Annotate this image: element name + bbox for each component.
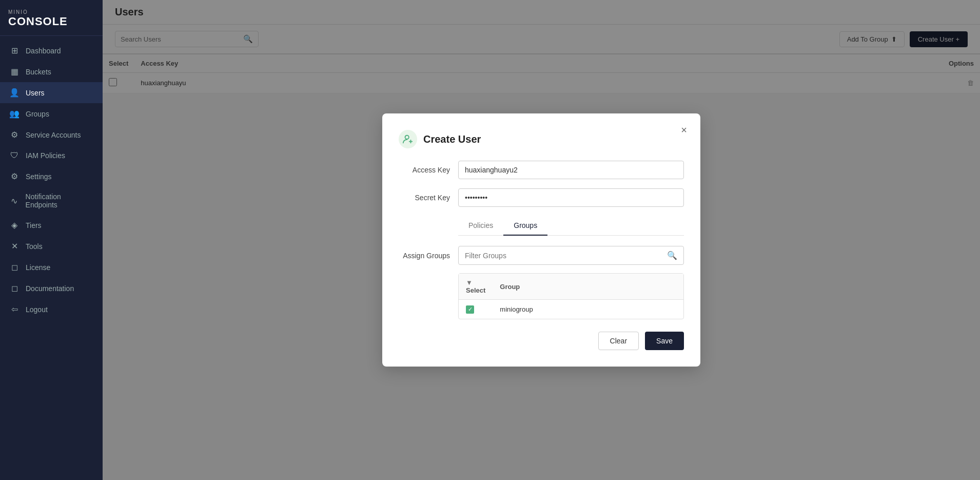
svg-point-0 (405, 136, 409, 139)
modal-user-icon (399, 130, 417, 148)
sidebar-item-documentation[interactable]: ◻ Documentation (0, 278, 103, 299)
sidebar-logo: MINIO CONSOLE (0, 0, 103, 36)
sidebar-item-iam-policies[interactable]: 🛡 IAM Policies (0, 145, 103, 166)
filter-search-icon: 🔍 (667, 251, 677, 260)
sidebar-item-label: Dashboard (26, 47, 61, 55)
documentation-icon: ◻ (9, 283, 19, 293)
sidebar-item-label: Users (26, 89, 45, 97)
service-accounts-icon: ⚙ (9, 130, 19, 140)
group-row: ✓ miniogroup (459, 300, 683, 319)
sidebar-item-notification-endpoints[interactable]: ∿ Notification Endpoints (0, 187, 103, 215)
modal-header: Create User (399, 130, 684, 148)
sidebar-item-users[interactable]: 👤 Users (0, 82, 103, 103)
tools-icon: ✕ (9, 241, 19, 251)
sidebar-nav: ⊞ Dashboard ▦ Buckets 👤 Users 👥 Groups ⚙… (0, 36, 103, 480)
sidebar-item-dashboard[interactable]: ⊞ Dashboard (0, 40, 103, 61)
filter-groups-box[interactable]: 🔍 (458, 246, 684, 265)
access-key-row: Access Key (399, 161, 684, 179)
group-select-cell[interactable]: ✓ (459, 300, 493, 319)
secret-key-row: Secret Key (399, 188, 684, 207)
brand-console: CONSOLE (8, 15, 94, 28)
secret-key-label: Secret Key (399, 194, 450, 202)
groups-icon: 👥 (9, 109, 19, 119)
tab-groups[interactable]: Groups (503, 216, 547, 236)
sidebar-item-label: License (26, 263, 50, 272)
brand-mini: MINIO (8, 9, 94, 15)
modal-footer: Clear Save (399, 332, 684, 350)
sidebar-item-tools[interactable]: ✕ Tools (0, 236, 103, 257)
group-name: miniogroup (493, 300, 683, 319)
sidebar-item-license[interactable]: ◻ License (0, 257, 103, 278)
assign-groups-row: Assign Groups 🔍 (399, 246, 684, 265)
access-key-input[interactable] (458, 161, 684, 179)
sidebar-item-label: Service Accounts (26, 131, 81, 139)
groups-table-wrapper: ▼ Select Group ✓ miniogroup (458, 273, 684, 319)
sidebar-item-label: Tiers (26, 221, 42, 229)
iam-icon: 🛡 (9, 151, 19, 160)
sidebar-item-label: Settings (26, 172, 52, 181)
access-key-label: Access Key (399, 166, 450, 174)
group-checkbox-checked[interactable]: ✓ (466, 305, 474, 314)
sidebar-item-label: Groups (26, 110, 49, 118)
assign-groups-label: Assign Groups (399, 252, 450, 260)
user-plus-icon (402, 133, 414, 145)
tab-policies[interactable]: Policies (458, 216, 503, 236)
modal-overlay: Create User × Access Key Secret Key Poli… (103, 0, 980, 480)
license-icon: ◻ (9, 262, 19, 272)
sidebar-item-label: Buckets (26, 68, 51, 76)
sidebar-item-buckets[interactable]: ▦ Buckets (0, 61, 103, 82)
sidebar-item-settings[interactable]: ⚙ Settings (0, 166, 103, 187)
settings-icon: ⚙ (9, 171, 19, 181)
secret-key-input[interactable] (458, 188, 684, 207)
sidebar: MINIO CONSOLE ⊞ Dashboard ▦ Buckets 👤 Us… (0, 0, 103, 480)
modal-title: Create User (423, 133, 481, 145)
notification-icon: ∿ (9, 196, 19, 206)
modal-tabs: Policies Groups (458, 216, 684, 236)
buckets-icon: ▦ (9, 67, 19, 76)
groups-col-group: Group (493, 274, 683, 300)
create-user-modal: Create User × Access Key Secret Key Poli… (382, 113, 700, 367)
sidebar-item-logout[interactable]: ⇦ Logout (0, 299, 103, 320)
sidebar-item-label: Logout (26, 305, 48, 314)
users-icon: 👤 (9, 88, 19, 98)
groups-col-select: ▼ Select (459, 274, 493, 300)
sidebar-item-tiers[interactable]: ◈ Tiers (0, 215, 103, 236)
sidebar-item-label: IAM Policies (26, 151, 65, 160)
logout-icon: ⇦ (9, 304, 19, 314)
sidebar-item-label: Tools (26, 242, 43, 251)
groups-table: ▼ Select Group ✓ miniogroup (459, 274, 683, 319)
filter-icon: ▼ (466, 279, 473, 286)
dashboard-icon: ⊞ (9, 46, 19, 55)
filter-groups-input[interactable] (465, 252, 663, 260)
modal-close-button[interactable]: × (676, 122, 692, 138)
tiers-icon: ◈ (9, 220, 19, 230)
sidebar-item-label: Notification Endpoints (26, 193, 93, 209)
main-content: Users 🔍 Add To Group ⬆ Create User + Sel… (103, 0, 980, 480)
sidebar-item-service-accounts[interactable]: ⚙ Service Accounts (0, 124, 103, 145)
save-button[interactable]: Save (645, 332, 684, 350)
sidebar-item-label: Documentation (26, 284, 74, 293)
sidebar-item-groups[interactable]: 👥 Groups (0, 103, 103, 124)
clear-button[interactable]: Clear (598, 332, 639, 350)
